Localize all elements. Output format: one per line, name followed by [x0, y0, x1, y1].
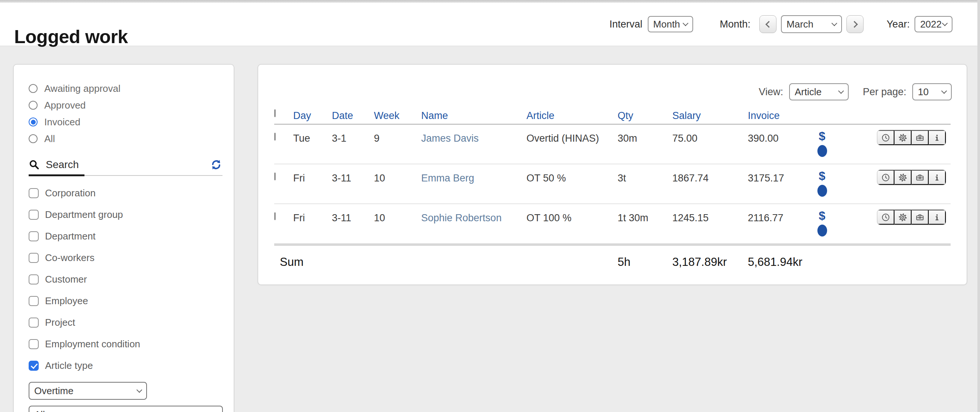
page-header: Logged work Interval Month Month: March …: [0, 3, 977, 46]
cell-article: OT 100 %: [527, 204, 617, 224]
work-details-button[interactable]: [912, 170, 929, 185]
checkbox-label: Customer: [45, 274, 87, 285]
employee-name-link[interactable]: Emma Berg: [421, 164, 527, 184]
status-dot: [818, 185, 827, 197]
filter-checkbox-customer[interactable]: Customer: [29, 274, 223, 284]
filter-checkbox-department[interactable]: Department: [29, 231, 223, 241]
checkbox-label: Department: [45, 231, 95, 242]
interval-select-value: Month: [653, 19, 680, 30]
per-page-select[interactable]: 10: [912, 83, 952, 100]
column-header-name[interactable]: Name: [421, 106, 527, 122]
time-log-button[interactable]: [877, 170, 894, 185]
table-row: Fri 3-11 10 Sophie Robertson OT 100 % 1t…: [274, 204, 951, 244]
interval-select[interactable]: Month: [648, 16, 693, 32]
cell-day: Fri: [293, 204, 332, 224]
info-button[interactable]: [929, 170, 946, 185]
employee-name-link[interactable]: James Davis: [421, 125, 527, 144]
info-button[interactable]: [929, 210, 946, 225]
status-dot: [818, 145, 827, 157]
clock-icon: [881, 213, 890, 222]
column-header-date[interactable]: Date: [332, 106, 374, 122]
radio-icon: [29, 84, 38, 93]
radio-icon: [29, 134, 38, 143]
work-details-button[interactable]: [912, 130, 929, 145]
radio-label: Awaiting approval: [44, 83, 121, 94]
status-radio-approved[interactable]: Approved: [29, 100, 223, 111]
search-input[interactable]: [45, 158, 210, 171]
dollar-icon: $: [819, 209, 826, 222]
cell-week: 9: [374, 125, 421, 144]
select-all-cell: [274, 106, 293, 117]
article-scope-select[interactable]: All: [29, 406, 223, 412]
row-action-button-group: [877, 130, 946, 146]
view-select[interactable]: Article: [789, 83, 849, 100]
checkbox-label: Department group: [45, 209, 123, 220]
column-header-week[interactable]: Week: [374, 106, 421, 122]
status-dot: [818, 225, 827, 236]
settings-button[interactable]: [894, 170, 912, 185]
row-actions: [834, 125, 951, 146]
status-radio-invoiced[interactable]: Invoiced: [29, 117, 223, 127]
settings-button[interactable]: [894, 130, 912, 145]
filter-sidebar: Awaiting approval Approved Invoiced All …: [13, 64, 234, 412]
info-icon: [932, 133, 942, 143]
month-select[interactable]: March: [781, 15, 842, 33]
cell-qty: 1t 30m: [617, 204, 672, 224]
filter-checkbox-employment-condition[interactable]: Employment condition: [29, 339, 223, 349]
article-scope-select-value: All: [34, 409, 45, 412]
refresh-icon[interactable]: [210, 158, 223, 171]
select-all-checkbox[interactable]: [274, 109, 276, 117]
next-month-button[interactable]: [846, 15, 864, 33]
chevron-down-icon: [682, 21, 688, 26]
previous-month-button[interactable]: [759, 15, 776, 33]
invoiced-status: $: [810, 164, 834, 197]
filter-checkbox-corporation[interactable]: Corporation: [29, 188, 223, 198]
filter-checkbox-co-workers[interactable]: Co-workers: [29, 252, 223, 263]
filter-checkbox-project[interactable]: Project: [29, 317, 223, 328]
dollar-icon: $: [819, 130, 826, 143]
checkbox-label: Article type: [45, 360, 93, 371]
year-select[interactable]: 2022: [915, 16, 953, 32]
logged-work-table: Day Date Week Name Article Qty Salary In…: [274, 106, 951, 284]
view-select-value: Article: [795, 86, 821, 98]
cell-invoice: 3175.17: [748, 164, 810, 184]
settings-button[interactable]: [894, 210, 912, 225]
column-header-salary[interactable]: Salary: [672, 106, 748, 122]
status-radio-all[interactable]: All: [29, 133, 223, 144]
checkbox-icon: [29, 253, 39, 263]
status-radio-awaiting-approval[interactable]: Awaiting approval: [29, 83, 223, 94]
time-log-button[interactable]: [877, 210, 894, 225]
work-details-button[interactable]: [912, 210, 929, 225]
search-icon: [29, 159, 40, 170]
sum-invoice: 5,681.94kr: [748, 246, 810, 269]
row-checkbox[interactable]: [274, 173, 276, 180]
column-header-article[interactable]: Article: [527, 106, 617, 122]
month-label: Month:: [720, 19, 751, 30]
window-right-edge: [977, 0, 980, 412]
checkbox-label: Corporation: [45, 187, 95, 199]
briefcase-icon: [915, 173, 924, 182]
filter-checkbox-article-type[interactable]: Article type: [29, 360, 223, 371]
checkbox-icon: [29, 318, 39, 328]
chevron-down-icon: [838, 88, 844, 94]
cell-date: 3-11: [332, 204, 374, 224]
info-button[interactable]: [929, 130, 946, 145]
row-checkbox[interactable]: [274, 133, 276, 141]
filter-checkbox-department-group[interactable]: Department group: [29, 209, 223, 220]
filter-checkbox-employee[interactable]: Employee: [29, 296, 223, 306]
time-log-button[interactable]: [877, 130, 894, 145]
table-sum-row: Sum 5h 3,187.89kr 5,681.94kr: [274, 244, 951, 284]
cell-salary: 75.00: [672, 125, 748, 144]
per-page-label: Per page:: [863, 86, 906, 98]
table-row: Fri 3-11 10 Emma Berg OT 50 % 3t 1867.74…: [274, 164, 951, 204]
cell-qty: 3t: [617, 164, 672, 184]
employee-name-link[interactable]: Sophie Robertson: [421, 204, 527, 224]
column-header-invoice[interactable]: Invoice: [748, 106, 810, 122]
column-header-qty[interactable]: Qty: [617, 106, 672, 122]
column-header-day[interactable]: Day: [293, 106, 332, 122]
row-checkbox[interactable]: [274, 212, 276, 220]
month-select-value: March: [786, 19, 813, 30]
article-type-select[interactable]: Overtime: [29, 382, 147, 400]
radio-selected-icon: [29, 117, 38, 127]
checkbox-label: Co-workers: [45, 252, 94, 264]
